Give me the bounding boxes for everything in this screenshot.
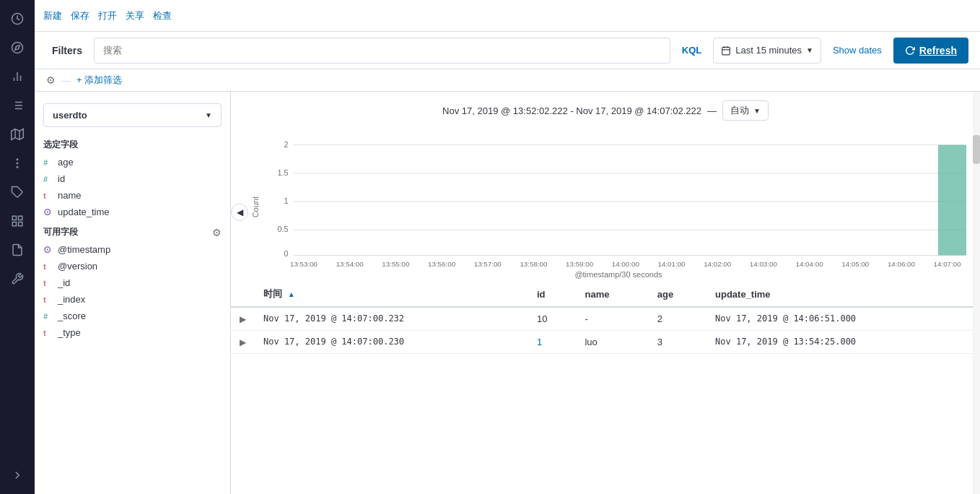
- field-type-t-_id: t: [43, 279, 52, 287]
- svg-point-1: [12, 43, 23, 53]
- show-dates-button[interactable]: Show dates: [827, 42, 888, 58]
- sidebar-icon-compass[interactable]: [4, 35, 30, 61]
- date-range-header: Nov 17, 2019 @ 13:52:02.222 - Nov 17, 20…: [231, 92, 980, 129]
- time-picker[interactable]: Last 15 minutes ▼: [713, 38, 821, 64]
- sidebar-icon-file[interactable]: [4, 237, 30, 263]
- svg-text:14:01:00: 14:01:00: [657, 260, 686, 268]
- toolbar-links: 新建 保存 打开 关享 检查: [43, 9, 172, 22]
- field-type-t-_index: t: [43, 295, 52, 304]
- main-content: 新建 保存 打开 关享 检查 Filters KQL Last 15 minut…: [35, 0, 980, 494]
- right-panel: Nov 17, 2019 @ 13:52:02.222 - Nov 17, 20…: [231, 92, 980, 494]
- toolbar-link-open[interactable]: 打开: [98, 9, 117, 22]
- field-item-id[interactable]: # id: [35, 170, 230, 187]
- sidebar-icon-chart[interactable]: [4, 64, 30, 90]
- date-range-separator: —: [707, 105, 717, 116]
- refresh-label: Refresh: [919, 45, 957, 56]
- field-name-update-time: update_time: [58, 207, 110, 217]
- field-item-_index[interactable]: t _index: [35, 291, 230, 308]
- svg-point-16: [17, 162, 18, 164]
- col-header-age[interactable]: age: [649, 282, 706, 307]
- field-name-_id: _id: [58, 277, 70, 288]
- toolbar-link-inspect[interactable]: 检查: [153, 9, 172, 22]
- field-item-name[interactable]: t name: [35, 187, 230, 204]
- add-filter-link[interactable]: + 添加筛选: [76, 74, 122, 87]
- filters-label: Filters: [46, 45, 88, 56]
- sidebar-icon-arrow[interactable]: [4, 462, 30, 488]
- id-link[interactable]: 1: [537, 337, 542, 347]
- date-range-text: Nov 17, 2019 @ 13:52:02.222 - Nov 17, 20…: [442, 105, 701, 116]
- col-header-id[interactable]: id: [528, 282, 577, 307]
- sidebar-icon-dots[interactable]: [4, 150, 30, 176]
- sidebar-icon-clock[interactable]: [4, 6, 30, 32]
- field-type-t-version: t: [43, 262, 52, 271]
- left-panel: userdto ▼ 选定字段 # age # id t name ⊙ updat…: [35, 92, 231, 494]
- field-type-hash-age: #: [43, 158, 52, 167]
- svg-text:13:54:00: 13:54:00: [336, 260, 364, 268]
- refresh-button[interactable]: Refresh: [893, 38, 968, 64]
- collapse-panel-button[interactable]: ◀: [231, 204, 248, 221]
- svg-rect-22: [12, 222, 16, 226]
- auto-selector[interactable]: 自动 ▼: [722, 100, 769, 121]
- svg-rect-23: [722, 47, 730, 55]
- sidebar-icon-list[interactable]: [4, 92, 30, 118]
- results-table: 时间 ▲ id name age update_time ▶ Nov 17, 2…: [231, 282, 980, 354]
- index-name: userdto: [53, 110, 87, 121]
- svg-text:14:07:00: 14:07:00: [934, 260, 962, 268]
- field-item-_type[interactable]: t _type: [35, 324, 230, 341]
- scrollbar-track[interactable]: [973, 92, 980, 494]
- field-item-timestamp[interactable]: ⊙ @timestamp: [35, 241, 230, 258]
- expand-row-2-button[interactable]: ▶: [240, 337, 246, 347]
- histogram-bar-last: [938, 145, 966, 256]
- field-item-_id[interactable]: t _id: [35, 274, 230, 291]
- table-row: ▶ Nov 17, 2019 @ 14:07:00.232 10 - 2 Nov…: [231, 307, 980, 331]
- svg-text:1: 1: [284, 196, 288, 205]
- sidebar-icon-tag[interactable]: [4, 179, 30, 205]
- sidebar-icon-tool[interactable]: [4, 266, 30, 292]
- svg-text:14:05:00: 14:05:00: [841, 260, 870, 268]
- cell-name-2: luo: [576, 331, 648, 354]
- kql-badge[interactable]: KQL: [676, 42, 707, 58]
- chart-container: Count 2 1.5 1 0.5 0: [231, 129, 980, 282]
- expand-row-1-button[interactable]: ▶: [240, 314, 246, 324]
- field-item-age[interactable]: # age: [35, 154, 230, 170]
- field-type-clock-timestamp: ⊙: [43, 244, 52, 255]
- filter-separator: —: [61, 75, 71, 86]
- field-item-_score[interactable]: # _score: [35, 308, 230, 324]
- table-row: ▶ Nov 17, 2019 @ 14:07:00.230 1 luo 3 No…: [231, 331, 980, 354]
- sidebar-icon-grid[interactable]: [4, 208, 30, 234]
- col-header-name[interactable]: name: [576, 282, 648, 307]
- svg-text:0.5: 0.5: [277, 225, 288, 233]
- toolbar-link-new[interactable]: 新建: [43, 9, 62, 22]
- field-item-version[interactable]: t @version: [35, 258, 230, 274]
- field-type-hash-id: #: [43, 175, 52, 183]
- svg-point-17: [17, 167, 18, 168]
- svg-text:1.5: 1.5: [277, 168, 288, 177]
- cell-time-2: Nov 17, 2019 @ 14:07:00.230: [255, 331, 528, 354]
- filter-bar: Filters KQL Last 15 minutes ▼ Show dates…: [35, 32, 980, 69]
- toolbar-link-share[interactable]: 关享: [126, 9, 144, 22]
- cell-time-1: Nov 17, 2019 @ 14:07:00.232: [255, 307, 528, 331]
- field-item-update-time[interactable]: ⊙ update_time: [35, 204, 230, 220]
- search-input[interactable]: [94, 38, 670, 64]
- svg-point-15: [17, 159, 18, 160]
- col-header-time[interactable]: 时间 ▲: [255, 282, 528, 307]
- cell-update-time-2: Nov 17, 2019 @ 13:54:25.000: [706, 331, 980, 354]
- col-header-update-time[interactable]: update_time: [706, 282, 980, 307]
- field-name-age: age: [58, 157, 74, 168]
- cell-age-2: 3: [649, 331, 706, 354]
- field-name-name: name: [58, 190, 82, 201]
- cell-name-1: -: [576, 307, 648, 331]
- scrollbar-thumb[interactable]: [973, 135, 980, 164]
- index-selector[interactable]: userdto ▼: [43, 103, 222, 127]
- settings-icon[interactable]: ⚙: [46, 74, 56, 86]
- svg-text:14:04:00: 14:04:00: [796, 260, 824, 268]
- available-fields-gear-icon[interactable]: ⚙: [212, 227, 222, 238]
- sidebar-icon-map[interactable]: [4, 121, 30, 147]
- calendar-icon: [721, 46, 731, 56]
- cell-id-2: 1: [528, 331, 577, 354]
- svg-text:13:56:00: 13:56:00: [428, 260, 456, 268]
- toolbar-link-save[interactable]: 保存: [71, 9, 89, 22]
- svg-text:14:00:00: 14:00:00: [612, 260, 640, 268]
- available-fields-title: 可用字段: [43, 226, 78, 238]
- svg-text:14:06:00: 14:06:00: [888, 260, 916, 268]
